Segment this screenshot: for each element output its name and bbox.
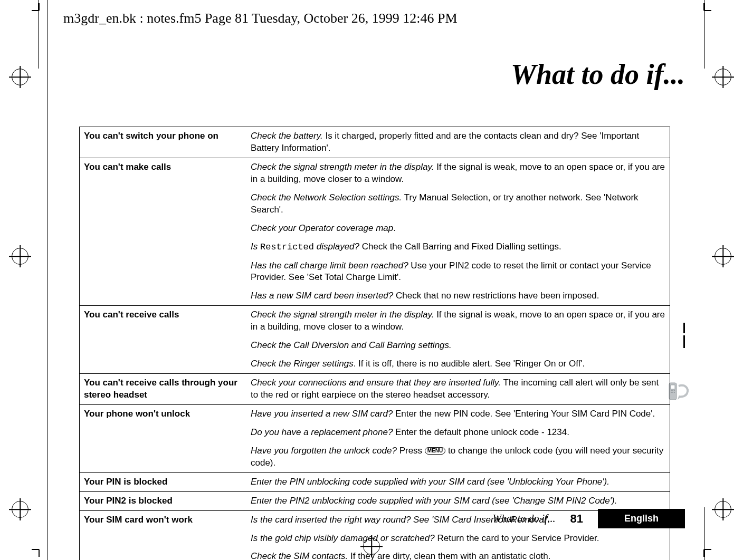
registration-mark-icon [715, 248, 731, 265]
table-row-body: Has a new SIM card been inserted? Check … [246, 287, 670, 305]
table-row-body: Check the Network Selection settings. Tr… [246, 189, 670, 219]
table-row-header [80, 287, 247, 305]
chapter-title: What to do if... [511, 58, 685, 91]
table-row-header: Your phone won't unlock [80, 404, 247, 423]
page-rule [47, 0, 48, 560]
table-row-header [80, 336, 247, 355]
change-bar [683, 335, 685, 348]
table-row-body: Is the gold chip visibly damaged or scra… [246, 529, 670, 548]
table-row-body: Do you have a replacement phone? Enter t… [246, 423, 670, 442]
page-footer: What to do if... 81 English [493, 509, 685, 528]
table-row-header [80, 355, 247, 373]
table-row-body: Enter the PIN2 unblocking code supplied … [246, 491, 670, 510]
table-row-header: You can't receive calls [80, 306, 247, 336]
svg-rect-5 [671, 392, 672, 393]
table-row-body: Have you forgotten the unlock code? Pres… [246, 442, 670, 472]
table-row-header [80, 219, 247, 238]
crop-mark-icon [32, 542, 46, 557]
running-head: m3gdr_en.bk : notes.fm5 Page 81 Tuesday,… [63, 11, 458, 26]
footer-page-number: 81 [570, 512, 583, 526]
table-row-header: You can't switch your phone on [80, 127, 247, 158]
change-bar [683, 323, 685, 333]
page-rule [704, 0, 705, 69]
table-row-body: Check the signal strength meter in the d… [246, 306, 670, 336]
table-row-header [80, 189, 247, 219]
table-row-header [80, 547, 247, 560]
table-row-header [80, 423, 247, 442]
svg-rect-4 [674, 390, 675, 391]
svg-rect-2 [671, 390, 672, 391]
svg-rect-6 [672, 392, 673, 393]
page-rule [704, 507, 705, 560]
crop-mark-icon [32, 3, 46, 18]
registration-mark-icon [715, 69, 731, 85]
table-row-body: Check the Call Diversion and Call Barrin… [246, 336, 670, 355]
svg-rect-1 [671, 385, 675, 389]
footer-section-title: What to do if... [493, 513, 556, 525]
crop-mark-icon [697, 3, 711, 18]
table-row-header: Your PIN is blocked [80, 472, 247, 491]
table-row-body: Check your connections and ensure that t… [246, 374, 670, 405]
table-row-header: Your PIN2 is blocked [80, 491, 247, 510]
table-row-header: Your SIM card won't work [80, 510, 247, 529]
svg-rect-7 [674, 392, 675, 393]
table-row-header [80, 238, 247, 257]
svg-rect-0 [669, 383, 677, 400]
crop-mark-icon [697, 542, 711, 557]
registration-mark-icon [12, 248, 28, 265]
table-row-header: You can't make calls [80, 158, 247, 188]
table-row-header [80, 529, 247, 548]
table-row-body: Have you inserted a new SIM card? Enter … [246, 404, 670, 423]
table-row-body: Check the battery. Is it charged, proper… [246, 127, 670, 158]
footer-language-badge: English [598, 509, 685, 528]
phone-note-icon [667, 380, 690, 403]
registration-mark-icon [12, 501, 28, 518]
page-rule [38, 0, 39, 69]
table-row-body: Has the call charge limit been reached? … [246, 257, 670, 287]
table-row-body: Check the SIM contacts. If they are dirt… [246, 547, 670, 560]
table-row-body: Enter the PIN unblocking code supplied w… [246, 472, 670, 491]
menu-key-icon: MENU [425, 447, 445, 455]
registration-mark-icon [12, 69, 28, 85]
table-row-body: Check the signal strength meter in the d… [246, 158, 670, 188]
table-row-header [80, 257, 247, 287]
table-row-body: Is Restricted displayed? Check the Call … [246, 238, 670, 257]
troubleshooting-table: You can't switch your phone onCheck the … [79, 127, 670, 560]
table-row-header [80, 442, 247, 472]
table-row-body: Check the Ringer settings. If it is off,… [246, 355, 670, 373]
registration-mark-icon [715, 501, 731, 518]
table-row-header: You can't receive calls through your ste… [80, 374, 247, 405]
table-row-body: Check your Operator coverage map. [246, 219, 670, 238]
svg-rect-3 [672, 390, 673, 391]
